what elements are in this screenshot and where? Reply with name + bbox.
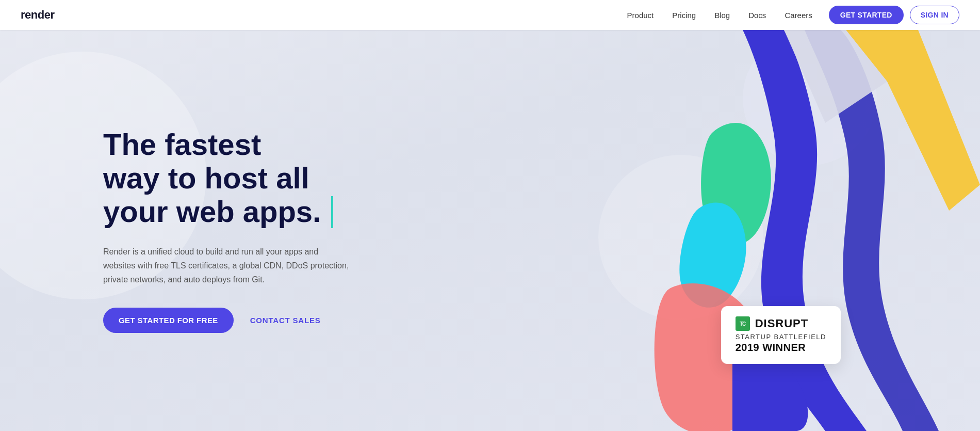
hero-section: The fastest way to host all your web app… — [0, 0, 980, 431]
logo[interactable]: render — [21, 8, 54, 22]
nav-docs[interactable]: Docs — [748, 11, 766, 20]
navbar: render Product Pricing Blog Docs Careers… — [0, 0, 980, 30]
hero-heading-line3: your web apps. — [103, 195, 321, 228]
nav-sign-in-button[interactable]: SIGN IN — [910, 6, 959, 24]
disrupt-top: TC DISRUPT — [736, 316, 809, 331]
nav-blog[interactable]: Blog — [714, 11, 730, 20]
hero-heading-line1: The fastest — [103, 127, 261, 161]
hero-heading: The fastest way to host all your web app… — [103, 128, 351, 230]
disrupt-winner: 2019 WINNER — [736, 342, 806, 354]
hero-heading-line2: way to host all — [103, 161, 309, 195]
cursor-blink — [331, 196, 333, 228]
nav-careers[interactable]: Careers — [785, 11, 812, 20]
hero-get-started-button[interactable]: GET STARTED FOR FREE — [103, 308, 234, 333]
nav-get-started-button[interactable]: GET STARTED — [829, 6, 904, 24]
nav-links: Product Pricing Blog Docs Careers — [627, 11, 812, 20]
tc-logo: TC — [736, 316, 750, 331]
nav-product[interactable]: Product — [627, 11, 654, 20]
hero-content: The fastest way to host all your web app… — [0, 128, 351, 332]
tc-label: TC — [740, 321, 745, 327]
disrupt-subtitle: STARTUP BATTLEFIELD — [736, 333, 826, 341]
nav-pricing[interactable]: Pricing — [672, 11, 696, 20]
illustration-svg — [629, 30, 980, 431]
hero-buttons: GET STARTED FOR FREE CONTACT SALES — [103, 308, 351, 333]
hero-illustration — [629, 30, 980, 431]
hero-subtext: Render is a unified cloud to build and r… — [103, 245, 351, 287]
hero-contact-sales-button[interactable]: CONTACT SALES — [250, 316, 321, 325]
disrupt-title: DISRUPT — [755, 317, 809, 330]
disrupt-badge: TC DISRUPT STARTUP BATTLEFIELD 2019 WINN… — [721, 306, 841, 364]
